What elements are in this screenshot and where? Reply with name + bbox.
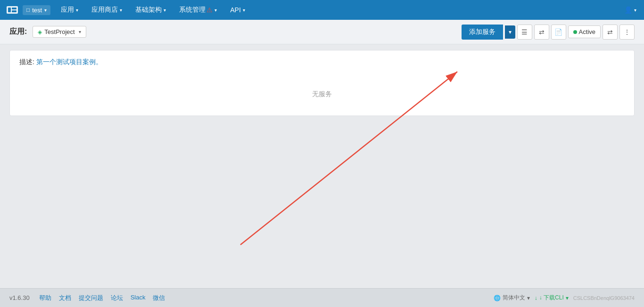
share2-icon: ⇄: [607, 28, 613, 36]
nav-item-appstore[interactable]: 应用商店 ▾: [85, 0, 129, 20]
add-service-dropdown-button[interactable]: ▾: [505, 25, 515, 39]
nav-item-sysadmin[interactable]: 系统管理 ⚠ ▾: [173, 0, 223, 20]
footer: v1.6.30 帮助 文档 提交问题 论坛 Slack 微信 🌐 简体中文 ▾ …: [0, 288, 644, 307]
document-icon: 📄: [554, 28, 562, 36]
watermark-text: CSLCSBnDenqlG9063474: [573, 295, 635, 301]
list-icon: ☰: [521, 28, 528, 36]
page-title: 应用:: [9, 27, 27, 37]
download-cli-label: ↓ 下载CLI: [539, 294, 564, 302]
footer-forum-link[interactable]: 论坛: [111, 294, 123, 302]
footer-docs-link[interactable]: 文档: [59, 294, 71, 302]
toolbar: 应用: ◈ TestProject ▾ 添加服务 ▾ ☰ ⇄ 📄 Active …: [0, 20, 644, 44]
more-icon: ⋮: [624, 28, 630, 36]
language-chevron-icon: ▾: [527, 295, 530, 301]
description-section: 描述: 第一个测试项目案例。: [19, 58, 625, 66]
user-icon: 👤: [624, 6, 632, 14]
nav-items: 应用 ▾ 应用商店 ▾ 基础架构 ▾ 系统管理 ⚠ ▾ API ▾: [54, 0, 620, 20]
chevron-down-icon: ▾: [243, 8, 245, 13]
project-icon: □: [26, 7, 30, 13]
logo: [4, 2, 21, 17]
main-content: 描述: 第一个测试项目案例。 无服务: [0, 44, 644, 288]
download-chevron-icon: ▾: [566, 295, 569, 301]
nav-item-infra[interactable]: 基础架构 ▾: [129, 0, 173, 20]
project-chevron-icon: ▾: [44, 8, 47, 13]
user-menu[interactable]: 👤 ▾: [620, 6, 640, 14]
project-select-chevron-icon: ▾: [79, 29, 81, 34]
chevron-down-icon: ▾: [509, 29, 512, 35]
more-button[interactable]: ⋮: [619, 25, 635, 40]
toolbar-actions: 添加服务 ▾ ☰ ⇄ 📄 Active ⇄ ⋮: [462, 25, 635, 40]
project-dropdown[interactable]: ◈ TestProject ▾: [33, 26, 86, 38]
warning-icon: ⚠: [206, 6, 213, 14]
footer-right: 🌐 简体中文 ▾ ↓ ↓ 下载CLI ▾ CSLCSBnDenqlG906347…: [494, 294, 635, 302]
active-status-indicator: [573, 30, 577, 34]
user-chevron-icon: ▾: [634, 8, 636, 13]
nav-item-apps[interactable]: 应用 ▾: [54, 0, 85, 20]
active-status-button[interactable]: Active: [568, 25, 601, 38]
list-view-button[interactable]: ☰: [517, 25, 532, 40]
share-icon: ⇄: [539, 28, 545, 36]
active-status-label: Active: [579, 28, 595, 35]
add-service-button[interactable]: 添加服务: [462, 25, 503, 40]
footer-slack-link[interactable]: Slack: [131, 294, 146, 302]
footer-issue-link[interactable]: 提交问题: [79, 294, 103, 302]
project-name: test: [32, 7, 42, 14]
project-select-name: TestProject: [44, 28, 74, 35]
content-card: 描述: 第一个测试项目案例。 无服务: [9, 50, 635, 116]
share2-button[interactable]: ⇄: [603, 25, 618, 40]
footer-links: 帮助 文档 提交问题 论坛 Slack 微信: [39, 294, 165, 302]
chevron-down-icon: ▾: [164, 8, 166, 13]
description-label: 描述:: [19, 58, 34, 66]
project-selector[interactable]: □ test ▾: [23, 5, 50, 15]
version-label: v1.6.30: [9, 294, 30, 301]
language-selector[interactable]: 🌐 简体中文 ▾: [494, 294, 530, 302]
nav-item-api[interactable]: API ▾: [223, 0, 252, 20]
footer-help-link[interactable]: 帮助: [39, 294, 51, 302]
download-icon: ↓: [535, 295, 537, 301]
project-select-icon: ◈: [38, 29, 42, 35]
language-label: 简体中文: [503, 294, 525, 302]
topnav-right: 👤 ▾: [620, 6, 640, 14]
svg-rect-2: [12, 8, 17, 9]
footer-wechat-link[interactable]: 微信: [153, 294, 165, 302]
globe-icon: 🌐: [494, 295, 501, 301]
no-service-text: 无服务: [19, 81, 625, 108]
svg-rect-1: [8, 8, 11, 12]
chevron-down-icon: ▾: [120, 8, 122, 13]
chevron-down-icon: ▾: [76, 8, 78, 13]
share-button[interactable]: ⇄: [534, 25, 549, 40]
chevron-down-icon: ▾: [215, 8, 217, 13]
svg-rect-3: [12, 10, 17, 12]
top-navigation: □ test ▾ 应用 ▾ 应用商店 ▾ 基础架构 ▾ 系统管理 ⚠ ▾ API…: [0, 0, 644, 20]
document-button[interactable]: 📄: [551, 25, 566, 40]
description-value: 第一个测试项目案例。: [36, 58, 102, 66]
download-cli-button[interactable]: ↓ ↓ 下载CLI ▾: [535, 294, 569, 302]
